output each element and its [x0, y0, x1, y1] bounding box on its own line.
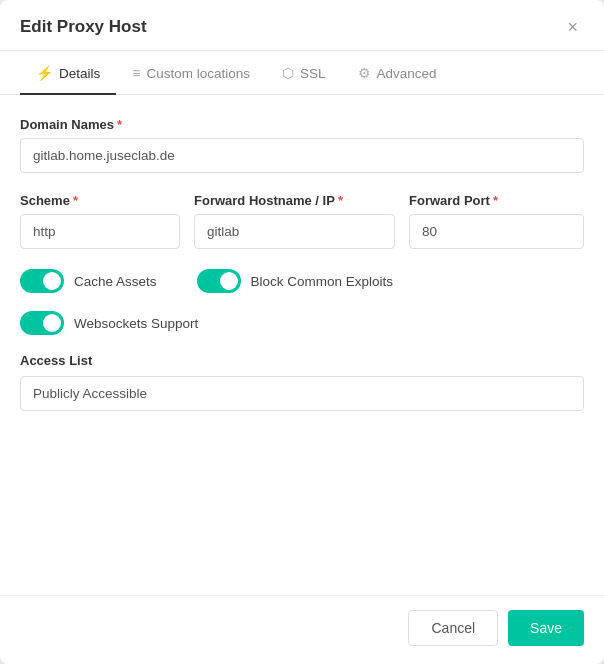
modal-body: Domain Names* Scheme* Forward Hostname /…	[0, 95, 604, 595]
access-list-input[interactable]	[20, 376, 584, 411]
websockets-toggle[interactable]	[20, 311, 64, 335]
tab-custom-locations[interactable]: ≡ Custom locations	[116, 51, 266, 95]
forward-hostname-group: Forward Hostname / IP*	[194, 193, 395, 249]
custom-locations-icon: ≡	[132, 65, 140, 81]
tabs-bar: ⚡ Details ≡ Custom locations ⬡ SSL ⚙ Adv…	[0, 51, 604, 95]
cache-assets-toggle-item: Cache Assets	[20, 269, 157, 293]
websockets-toggle-item: Websockets Support	[20, 311, 198, 335]
cache-exploits-row: Cache Assets Block Common Exploits	[20, 269, 584, 293]
websockets-label: Websockets Support	[74, 316, 198, 331]
tab-ssl-label: SSL	[300, 66, 326, 81]
domain-names-required: *	[117, 117, 122, 132]
modal-title: Edit Proxy Host	[20, 17, 147, 37]
tab-details-label: Details	[59, 66, 100, 81]
scheme-group: Scheme*	[20, 193, 180, 249]
modal-footer: Cancel Save	[0, 595, 604, 664]
save-button[interactable]: Save	[508, 610, 584, 646]
domain-names-input[interactable]	[20, 138, 584, 173]
scheme-label: Scheme*	[20, 193, 180, 208]
access-list-group: Access List	[20, 353, 584, 411]
tab-advanced[interactable]: ⚙ Advanced	[342, 51, 453, 95]
block-exploits-toggle-item: Block Common Exploits	[197, 269, 394, 293]
cache-assets-label: Cache Assets	[74, 274, 157, 289]
details-icon: ⚡	[36, 65, 53, 81]
forward-port-input[interactable]	[409, 214, 584, 249]
block-exploits-toggle[interactable]	[197, 269, 241, 293]
access-list-label: Access List	[20, 353, 584, 368]
forward-port-group: Forward Port*	[409, 193, 584, 249]
tab-advanced-label: Advanced	[377, 66, 437, 81]
cache-assets-toggle[interactable]	[20, 269, 64, 293]
forward-hostname-label: Forward Hostname / IP*	[194, 193, 395, 208]
scheme-input[interactable]	[20, 214, 180, 249]
websockets-row: Websockets Support	[20, 311, 584, 335]
tab-ssl[interactable]: ⬡ SSL	[266, 51, 342, 95]
cancel-button[interactable]: Cancel	[408, 610, 498, 646]
cache-assets-slider	[20, 269, 64, 293]
advanced-icon: ⚙	[358, 65, 371, 81]
tab-details[interactable]: ⚡ Details	[20, 51, 116, 95]
forward-hostname-input[interactable]	[194, 214, 395, 249]
modal-header: Edit Proxy Host ×	[0, 0, 604, 51]
edit-proxy-host-modal: Edit Proxy Host × ⚡ Details ≡ Custom loc…	[0, 0, 604, 664]
domain-names-group: Domain Names*	[20, 117, 584, 173]
scheme-hostname-port-row: Scheme* Forward Hostname / IP* Forward P…	[20, 193, 584, 249]
close-button[interactable]: ×	[561, 16, 584, 38]
forward-port-label: Forward Port*	[409, 193, 584, 208]
domain-names-label: Domain Names*	[20, 117, 584, 132]
websockets-slider	[20, 311, 64, 335]
ssl-icon: ⬡	[282, 65, 294, 81]
block-exploits-label: Block Common Exploits	[251, 274, 394, 289]
tab-custom-locations-label: Custom locations	[146, 66, 250, 81]
block-exploits-slider	[197, 269, 241, 293]
